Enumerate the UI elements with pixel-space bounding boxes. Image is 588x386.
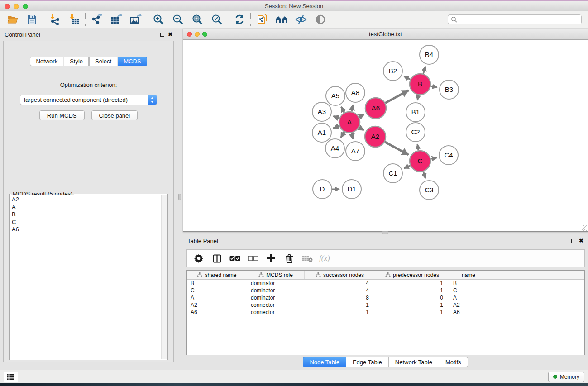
graph-edge-A-A7[interactable]	[352, 133, 353, 139]
run-mcds-button[interactable]: Run MCDS	[39, 110, 85, 120]
table-cell[interactable]: connector	[247, 309, 305, 315]
function-builder-button[interactable]: f(x)	[319, 254, 330, 263]
table-row[interactable]: Cdominator41C	[187, 287, 584, 294]
delete-column-button[interactable]	[283, 252, 296, 265]
graph-edge-B-B4[interactable]	[423, 67, 425, 74]
graph-edge-C-C3[interactable]	[423, 172, 425, 178]
table-cell[interactable]: 1	[375, 302, 449, 308]
graph-node-A5[interactable]: A5	[326, 86, 345, 105]
mcds-result-item[interactable]: C	[12, 219, 159, 226]
tab-edge-table[interactable]: Edge Table	[346, 357, 389, 367]
add-column-button[interactable]	[265, 252, 277, 265]
copy-network-button[interactable]	[252, 12, 272, 27]
refresh-button[interactable]	[229, 12, 249, 27]
mcds-result-list[interactable]: A2ABCA6	[10, 195, 161, 359]
home-button[interactable]	[272, 12, 291, 27]
graph-edge-B-B1[interactable]	[417, 95, 418, 100]
graph-edge-C-C2[interactable]	[417, 144, 418, 151]
graph-edge-A-A4[interactable]	[341, 132, 344, 138]
show-panels-list-button[interactable]	[4, 372, 18, 382]
graph-node-B4[interactable]: B4	[420, 45, 439, 64]
hide-panel-button[interactable]	[291, 12, 311, 27]
close-table-panel-icon[interactable]: ✖	[579, 238, 583, 243]
graph-edge-A-A2[interactable]	[359, 128, 364, 130]
column-header[interactable]: MCDS role	[247, 271, 305, 279]
graph-node-A2[interactable]: A2	[365, 126, 386, 147]
search-field[interactable]	[448, 14, 582, 24]
graph-node-C3[interactable]: C3	[420, 181, 439, 200]
delete-table-button[interactable]	[301, 252, 314, 265]
tab-network[interactable]: Network	[30, 57, 63, 66]
import-network-button[interactable]	[45, 12, 64, 27]
table-row[interactable]: A6connector11A6	[187, 309, 584, 316]
memory-button[interactable]: Memory	[548, 372, 584, 382]
table-cell[interactable]: A	[449, 295, 488, 301]
graph-edge-A-A8[interactable]	[352, 105, 353, 111]
table-cell[interactable]: 1	[305, 309, 375, 315]
graph-node-A[interactable]: A	[339, 112, 360, 133]
table-cell[interactable]: 4	[305, 280, 375, 286]
table-cell[interactable]: C	[449, 287, 488, 294]
select-all-button[interactable]	[229, 252, 241, 265]
tab-mcds[interactable]: MCDS	[118, 57, 147, 66]
column-header[interactable]: name	[449, 271, 488, 279]
graph-node-B2[interactable]: B2	[383, 62, 402, 81]
table-cell[interactable]: dominator	[247, 280, 305, 286]
import-table-button[interactable]	[64, 12, 84, 27]
table-row[interactable]: A2connector11A2	[187, 301, 584, 309]
zoom-fit-button[interactable]	[187, 12, 207, 27]
open-session-button[interactable]	[3, 12, 22, 27]
table-cell[interactable]: 1	[375, 280, 449, 286]
graph-node-A1[interactable]: A1	[312, 123, 331, 142]
graph-node-B1[interactable]: B1	[406, 103, 425, 122]
table-row[interactable]: Bdominator41B	[187, 280, 584, 287]
close-panel-button[interactable]: Close panel	[91, 110, 138, 120]
table-cell[interactable]: dominator	[247, 295, 305, 301]
graph-node-A4[interactable]: A4	[325, 139, 344, 158]
vertical-split-handle[interactable]	[178, 194, 181, 200]
mcds-result-item[interactable]: A2	[12, 196, 159, 204]
graph-node-C[interactable]: C	[410, 151, 430, 172]
float-panel-icon[interactable]	[160, 33, 164, 37]
zoom-out-button[interactable]	[168, 12, 187, 27]
optimization-criterion-select[interactable]: largest connected component (directed)	[20, 95, 157, 105]
export-network-button[interactable]	[87, 12, 106, 27]
graph-node-B[interactable]: B	[410, 74, 430, 95]
graph-node-C1[interactable]: C1	[383, 164, 402, 183]
graph-node-A3[interactable]: A3	[312, 102, 331, 121]
zoom-selected-button[interactable]	[207, 12, 226, 27]
save-session-button[interactable]	[22, 12, 42, 27]
graph-edge-C-C1[interactable]	[404, 166, 410, 168]
graph-node-B3[interactable]: B3	[440, 80, 459, 99]
table-cell[interactable]: 1	[375, 309, 449, 315]
show-column-button[interactable]	[210, 252, 223, 265]
show-panel-button[interactable]	[311, 12, 330, 27]
table-cell[interactable]: C	[187, 287, 247, 294]
mcds-result-item[interactable]: A6	[12, 226, 159, 234]
graph-node-D[interactable]: D	[313, 180, 332, 199]
deselect-all-button[interactable]	[247, 252, 259, 265]
table-row[interactable]: Adominator80A	[187, 294, 584, 301]
column-header[interactable]: predecessor nodes	[375, 271, 449, 279]
graph-edge-A-A5[interactable]	[341, 107, 344, 113]
graph-edge-A-A3[interactable]	[333, 116, 339, 119]
horizontal-split-handle[interactable]	[382, 231, 388, 234]
graph-node-D1[interactable]: D1	[342, 180, 361, 199]
table-cell[interactable]: A	[187, 295, 247, 301]
graph-edge-A-A1[interactable]	[333, 126, 339, 128]
graph-node-A7[interactable]: A7	[346, 142, 365, 161]
tab-network-table[interactable]: Network Table	[389, 357, 439, 367]
table-cell[interactable]: dominator	[247, 287, 305, 294]
graph-edge-C-C4[interactable]	[431, 157, 437, 159]
result-scrollbar[interactable]	[161, 195, 167, 359]
table-cell[interactable]: A6	[449, 309, 488, 315]
table-cell[interactable]: 4	[305, 287, 375, 294]
table-cell[interactable]: 8	[305, 295, 375, 301]
table-cell[interactable]: A2	[187, 302, 247, 308]
graph-edge-B-B3[interactable]	[431, 86, 437, 87]
window-resize-grip[interactable]	[582, 225, 587, 231]
table-cell[interactable]: A6	[187, 309, 247, 315]
table-cell[interactable]: 1	[305, 302, 375, 308]
column-header[interactable]: successor nodes	[305, 271, 375, 279]
graph-node-A6[interactable]: A6	[365, 98, 386, 119]
